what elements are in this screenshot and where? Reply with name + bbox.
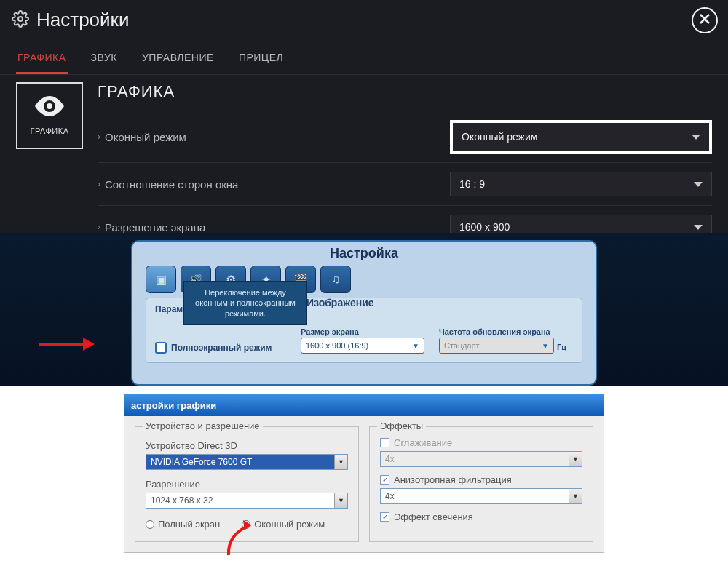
checkbox-label: Сглаживание (394, 437, 452, 448)
settings-panel-2: Настройка ▣ 🔊 ⚙ ✦ 🎬 ♫ Переключение между… (131, 240, 597, 386)
chevron-down-icon (694, 225, 703, 230)
dropdown-anisotropic[interactable]: 4x ▼ (380, 488, 582, 504)
row-window-mode: ›Оконный режим Оконный режим (98, 111, 712, 163)
group-title: Устройство и разрешение (143, 420, 263, 431)
checkbox-glow[interactable]: ✓ (380, 512, 389, 522)
checkbox-fullscreen[interactable] (155, 342, 167, 354)
dropdown-value: 4x (381, 491, 399, 501)
chevron-down-icon (692, 135, 700, 140)
dropdown-value: 4x (381, 454, 399, 464)
chevron-down-icon: ▼ (569, 452, 582, 466)
group-title: Эффекты (377, 420, 426, 431)
checkbox-label: Анизотропная фильтрация (394, 474, 512, 485)
close-button[interactable] (692, 7, 718, 33)
dropdown-resolution[interactable]: 1024 x 768 x 32 ▼ (146, 493, 348, 509)
checkbox-label: Эффект свечения (394, 511, 473, 522)
dropdown-value: 1600 x 900 (459, 221, 510, 233)
svg-point-3 (47, 103, 52, 109)
tab-music[interactable]: ♫ (320, 266, 351, 293)
radio-icon (146, 520, 154, 529)
tab-display[interactable]: ▣ (146, 266, 176, 293)
music-icon: ♫ (331, 273, 340, 286)
radio-label: Полный экран (158, 519, 220, 530)
field-label: Размер экрана (301, 327, 424, 336)
dropdown-antialiasing: 4x ▼ (380, 451, 582, 467)
close-icon (699, 13, 711, 28)
dropdown-refresh-rate: Стандарт ▼ (439, 338, 554, 354)
radio-icon (242, 520, 250, 529)
checkbox-antialiasing[interactable] (380, 438, 389, 447)
field-label: Устройство Direct 3D (146, 440, 348, 451)
settings-panel-2-wrap: Настройка ▣ 🔊 ⚙ ✦ 🎬 ♫ Переключение между… (0, 233, 728, 386)
settings-title: Настройки (36, 9, 130, 31)
chevron-right-icon: › (98, 222, 100, 232)
radio-fullscreen[interactable]: Полный экран (146, 519, 220, 530)
row-label: Оконный режим (105, 131, 186, 143)
dropdown-value: NVIDIA GeForce 7600 GT (146, 455, 334, 469)
chevron-down-icon: ▼ (542, 342, 549, 350)
settings-panel-3: астройки графики Устройство и разрешение… (124, 394, 604, 582)
settings-panel-1: Настройки ГРАФИКА ЗВУК УПРАВЛЕНИЕ ПРИЦЕЛ… (0, 0, 728, 233)
dropdown-window-mode[interactable]: Оконный режим (450, 120, 712, 154)
checkbox-anisotropic[interactable]: ✓ (380, 475, 389, 485)
radio-label: Оконный режим (254, 519, 325, 530)
tab-graphics[interactable]: ГРАФИКА (16, 46, 68, 74)
dropdown-value: Оконный режим (462, 131, 537, 143)
chevron-down-icon: ▼ (412, 342, 419, 350)
hz-label: Гц (557, 343, 566, 354)
field-label: Разрешение (146, 479, 348, 490)
field-label: Частота обновления экрана (439, 327, 566, 336)
dropdown-value: Стандарт (444, 341, 480, 350)
card-label: ГРАФИКА (30, 127, 68, 135)
chevron-down-icon: ▼ (334, 455, 347, 469)
checkbox-label: Полноэкранный режим (171, 343, 272, 353)
chevron-down-icon: ▼ (334, 493, 347, 508)
dropdown-device[interactable]: NVIDIA GeForce 7600 GT ▼ (146, 454, 348, 470)
dropdown-aspect-ratio[interactable]: 16 : 9 (450, 172, 712, 196)
tab-controls[interactable]: УПРАВЛЕНИЕ (141, 46, 215, 74)
svg-point-0 (18, 17, 23, 21)
tab-sound[interactable]: ЗВУК (90, 46, 119, 74)
display-icon: ▣ (156, 273, 167, 287)
window-titlebar: астройки графики (124, 394, 604, 416)
dropdown-value: 1600 x 900 (16:9) (306, 341, 368, 350)
gear-icon (12, 10, 36, 31)
dropdown-screen-size[interactable]: 1600 x 900 (16:9) ▼ (301, 338, 424, 354)
chevron-right-icon: › (98, 179, 100, 189)
annotation-arrow (39, 339, 98, 349)
content-title: Изображение (306, 297, 374, 308)
dropdown-value: 1024 x 768 x 32 (146, 495, 217, 506)
row-label: Разрешение экрана (105, 221, 205, 234)
section-title: ГРАФИКА (98, 82, 712, 101)
chevron-right-icon: › (98, 132, 100, 142)
tab-crosshair[interactable]: ПРИЦЕЛ (237, 46, 285, 74)
settings-panel-3-wrap: астройки графики Устройство и разрешение… (0, 386, 728, 582)
tooltip: Переключение между оконным и полноэкранн… (183, 281, 307, 325)
panel2-title: Настройка (132, 242, 596, 266)
category-card-graphics[interactable]: ГРАФИКА (16, 82, 83, 149)
chevron-down-icon: ▼ (569, 489, 582, 503)
chevron-down-icon (694, 182, 703, 187)
eye-icon (33, 96, 66, 119)
row-label: Соотношение сторон окна (105, 178, 238, 191)
dropdown-value: 16 : 9 (459, 178, 485, 190)
row-aspect-ratio: ›Соотношение сторон окна 16 : 9 (98, 163, 712, 206)
radio-windowed[interactable]: Оконный режим (242, 519, 325, 530)
tab-bar: ГРАФИКА ЗВУК УПРАВЛЕНИЕ ПРИЦЕЛ (0, 40, 728, 75)
